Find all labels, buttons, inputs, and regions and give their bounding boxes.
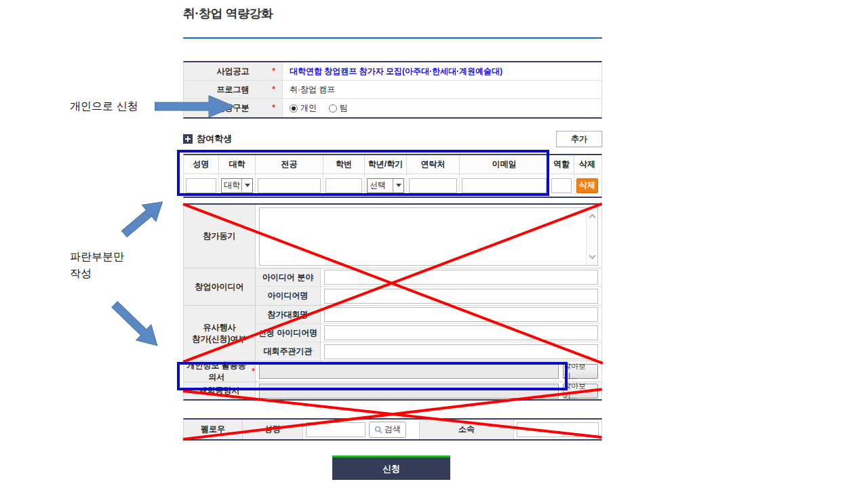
table-row: 신청구분 * 개인 팀	[184, 99, 601, 117]
notice-label: 사업공고	[217, 66, 250, 77]
col-header-role: 역할	[549, 155, 574, 174]
scroll-up-icon[interactable]	[589, 214, 596, 220]
col-header-studentid: 학번	[323, 155, 365, 174]
radio-individual-label: 개인	[300, 102, 317, 114]
motive-label: 참가동기	[184, 205, 256, 268]
radio-team-label: 팀	[340, 102, 348, 114]
studentid-input[interactable]	[326, 178, 362, 193]
students-section-title: 참여학생	[197, 133, 232, 145]
add-student-button[interactable]: 추가	[556, 131, 602, 147]
privacy-consent-row: 개인정보 활용동의서 * 찾아보기...	[184, 361, 601, 382]
radio-unselected-icon[interactable]	[329, 104, 337, 113]
col-header-email: 이메일	[460, 155, 549, 174]
up-right-arrow-icon	[116, 192, 171, 243]
email-input[interactable]	[462, 178, 547, 193]
students-header-row: 성명 대학 전공 학번 학년/학기 연락처 이메일 역할 삭제	[184, 155, 601, 174]
col-header-contact: 연락처	[407, 155, 460, 174]
plus-icon	[183, 134, 193, 144]
scroll-down-icon[interactable]	[589, 252, 596, 259]
table-row: 프로그램 * 취·창업 캠프	[184, 81, 601, 99]
idea-field-label: 아이디어 분야	[256, 268, 321, 286]
applied-idea-input[interactable]	[324, 325, 598, 340]
privacy-label-cell: 개인정보 활용동의서 *	[184, 361, 256, 382]
contest-host-label: 대회주관기관	[256, 342, 321, 361]
col-header-grade: 학년/학기	[365, 155, 407, 174]
similar-group-label-line1: 유사행사	[203, 322, 236, 333]
grade-select[interactable]: 선택	[367, 178, 404, 193]
col-header-university: 대학	[219, 155, 256, 174]
scrollbar[interactable]	[586, 208, 597, 265]
fellow-search-label: 검색	[384, 424, 401, 435]
program-label: 프로그램	[217, 84, 250, 96]
role-input[interactable]	[551, 178, 572, 193]
col-header-delete: 삭제	[574, 155, 600, 174]
program-info-table: 사업공고 * 대학연합 창업캠프 참가자 모집(아주대·한세대·계원예술대) 프…	[183, 61, 602, 119]
col-header-name: 성명	[184, 155, 219, 174]
name-input[interactable]	[186, 178, 216, 193]
down-right-arrow-icon	[106, 296, 167, 355]
privacy-file-field	[259, 364, 559, 379]
major-input[interactable]	[258, 178, 321, 193]
grade-select-value: 선택	[368, 180, 393, 191]
fellow-search-button[interactable]: 검색	[369, 422, 406, 438]
privacy-browse-button[interactable]: 찾아보기...	[563, 364, 598, 379]
motive-textarea[interactable]	[259, 207, 598, 266]
radio-individual[interactable]: 개인	[290, 102, 317, 114]
idea-group-row: 창업아이디어 아이디어 분야 아이디어명	[184, 268, 601, 306]
notice-link[interactable]: 대학연합 창업캠프 참가자 모집(아주대·한세대·계원예술대)	[290, 66, 502, 77]
annotation-note-blue-only: 파란부분만 작성	[70, 248, 124, 282]
idea-name-input[interactable]	[324, 289, 598, 304]
student-input-row: 대학 선택 삭제	[184, 174, 601, 197]
radio-team[interactable]: 팀	[329, 102, 348, 114]
title-underline	[183, 37, 602, 39]
notice-label-cell: 사업공고 *	[184, 62, 283, 80]
delete-student-button[interactable]: 삭제	[576, 178, 598, 193]
program-value: 취·창업 캠프	[290, 84, 335, 96]
required-mark: *	[272, 66, 275, 76]
chevron-down-icon[interactable]	[241, 179, 252, 192]
idea-name-label: 아이디어명	[256, 287, 321, 305]
annotation-note-individual: 개인으로 신청	[70, 100, 138, 114]
similar-event-group-row: 유사행사 참가(신청)여부 참가대회명 신청 아이디어명 대회주관기관	[184, 306, 601, 361]
applied-idea-label: 신청 아이디어명	[256, 324, 321, 342]
students-table: 성명 대학 전공 학번 학년/학기 연락처 이메일 역할 삭제 대학 선택	[183, 154, 602, 198]
application-page: 취·창업 역량강화 사업공고 * 대학연합 창업캠프 참가자 모집(아주대·한세…	[0, 0, 868, 488]
required-mark: *	[252, 366, 255, 378]
table-row: 사업공고 * 대학연합 창업캠프 참가자 모집(아주대·한세대·계원예술대)	[184, 62, 601, 81]
right-arrow-icon	[155, 95, 236, 118]
radio-selected-icon[interactable]	[290, 104, 298, 113]
privacy-label: 개인정보 활용동의서	[184, 360, 249, 383]
page-title: 취·창업 역량강화	[183, 5, 273, 22]
enrollment-file-field	[259, 384, 559, 399]
students-section-header: 참여학생	[183, 133, 232, 145]
university-select[interactable]: 대학	[221, 178, 253, 193]
annotation-note-line1: 파란부분만	[70, 248, 124, 265]
annotation-note-line2: 작성	[70, 265, 124, 282]
chevron-down-icon[interactable]	[393, 179, 403, 192]
col-header-major: 전공	[256, 155, 323, 174]
motive-row: 참가동기	[184, 205, 601, 268]
university-select-value: 대학	[222, 180, 241, 191]
required-mark: *	[272, 85, 275, 94]
similar-group-label: 유사행사 참가(신청)여부	[184, 306, 256, 361]
submit-button[interactable]: 신청	[332, 455, 450, 480]
search-icon	[374, 426, 382, 434]
idea-group-label: 창업아이디어	[184, 268, 256, 305]
contact-input[interactable]	[409, 178, 457, 193]
required-mark: *	[272, 103, 275, 113]
application-detail-table: 참가동기 창업아이디어 아이디어 분야 아이디어명	[183, 203, 602, 401]
